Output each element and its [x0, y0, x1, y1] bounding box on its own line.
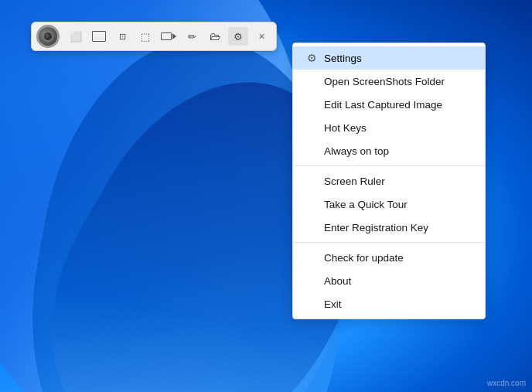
folder-button[interactable]: 🗁	[205, 27, 225, 46]
menu-item-hot-keys[interactable]: Hot Keys	[293, 116, 485, 139]
pen-button[interactable]: ✏	[182, 27, 202, 46]
check-update-menu-icon	[305, 251, 318, 264]
menu-item-screen-ruler[interactable]: Screen Ruler	[293, 169, 485, 193]
menu-item-about-label: About	[324, 275, 351, 287]
app-logo-inner	[43, 31, 53, 42]
menu-item-quick-tour[interactable]: Take a Quick Tour	[293, 193, 485, 216]
menu-item-edit-last-label: Edit Last Captured Image	[324, 99, 442, 111]
about-menu-icon	[305, 274, 318, 287]
fullscreen-capture-button[interactable]: ⬜	[66, 27, 86, 46]
quick-tour-menu-icon	[305, 198, 318, 210]
settings-menu-icon: ⚙	[305, 52, 318, 64]
video-capture-button[interactable]	[159, 27, 179, 46]
open-folder-menu-icon	[305, 75, 318, 87]
menu-item-open-folder-label: Open ScreenShots Folder	[324, 76, 445, 87]
pen-icon: ✏	[188, 31, 196, 43]
video-icon	[161, 32, 176, 40]
menu-item-always-on-top[interactable]: Always on top	[293, 139, 485, 162]
region-icon: ⊡	[119, 32, 126, 42]
menu-separator-1	[293, 165, 485, 166]
edit-last-menu-icon	[305, 98, 318, 111]
fullscreen-icon: ⬜	[70, 31, 82, 43]
window-icon	[92, 31, 106, 42]
app-logo[interactable]	[36, 25, 60, 48]
registration-menu-icon	[305, 221, 318, 233]
menu-item-edit-last[interactable]: Edit Last Captured Image	[293, 93, 485, 116]
close-icon: ✕	[258, 32, 265, 42]
menu-item-open-folder[interactable]: Open ScreenShots Folder	[293, 70, 485, 93]
exit-menu-icon	[305, 298, 318, 310]
menu-item-check-update-label: Check for update	[324, 252, 404, 264]
close-button[interactable]: ✕	[251, 27, 271, 46]
menu-item-about[interactable]: About	[293, 269, 485, 292]
always-on-top-menu-icon	[305, 145, 318, 157]
menu-item-exit-label: Exit	[324, 298, 342, 310]
menu-item-hot-keys-label: Hot Keys	[324, 122, 367, 134]
menu-item-registration-label: Enter Registration Key	[324, 222, 428, 233]
menu-item-settings[interactable]: ⚙ Settings	[293, 46, 485, 70]
hot-keys-menu-icon	[305, 121, 318, 134]
watermark: wxcdn.com	[487, 379, 526, 387]
menu-item-quick-tour-label: Take a Quick Tour	[324, 199, 408, 210]
region-capture-button[interactable]: ⊡	[112, 27, 132, 46]
scrolling-capture-button[interactable]: ⬚	[135, 27, 155, 46]
screen-ruler-menu-icon	[305, 175, 318, 187]
menu-item-registration[interactable]: Enter Registration Key	[293, 216, 485, 239]
toolbar: ⬜ ⊡ ⬚ ✏ 🗁 ⚙ ✕	[31, 22, 277, 51]
folder-icon: 🗁	[210, 30, 220, 43]
menu-item-exit[interactable]: Exit	[293, 292, 485, 315]
menu-separator-2	[293, 242, 485, 243]
menu-item-settings-label: Settings	[324, 53, 362, 64]
settings-icon: ⚙	[234, 31, 243, 43]
context-menu: ⚙ Settings Open ScreenShots Folder Edit …	[292, 43, 486, 319]
menu-item-screen-ruler-label: Screen Ruler	[324, 176, 385, 187]
menu-item-check-update[interactable]: Check for update	[293, 246, 485, 269]
window-capture-button[interactable]	[89, 27, 109, 46]
scrolling-icon: ⬚	[141, 31, 150, 43]
menu-item-always-on-top-label: Always on top	[324, 145, 389, 157]
settings-button[interactable]: ⚙	[228, 27, 248, 46]
